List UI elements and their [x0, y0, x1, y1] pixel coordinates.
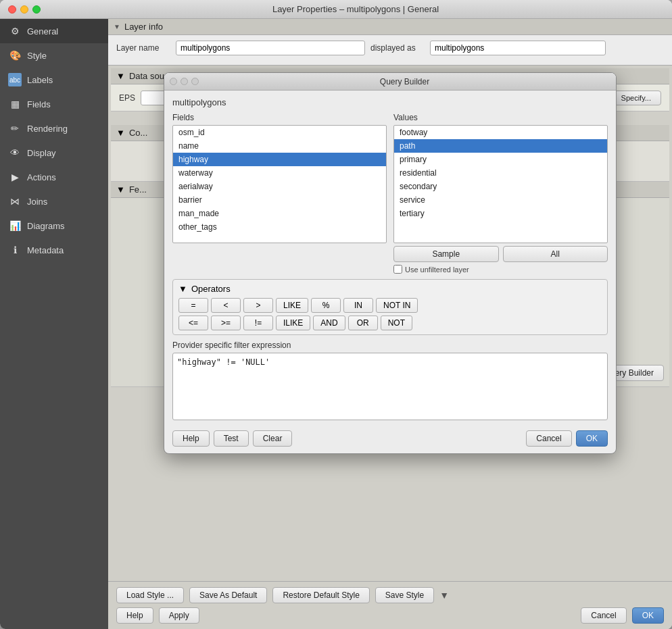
qb-close-button[interactable]	[170, 78, 177, 85]
layer-info-content: Layer name displayed as	[108, 35, 672, 66]
restore-default-button[interactable]: Restore Default Style	[272, 587, 369, 603]
sidebar-item-fields[interactable]: ▦ Fields	[0, 92, 108, 116]
save-style-button[interactable]: Save Style	[375, 587, 434, 603]
value-tertiary[interactable]: tertiary	[394, 207, 607, 220]
op-not-in[interactable]: NOT IN	[376, 298, 418, 313]
display-icon: 👁	[8, 146, 22, 159]
op-or[interactable]: OR	[348, 316, 378, 330]
op-ilike[interactable]: ILIKE	[276, 316, 310, 330]
op-neq[interactable]: !=	[243, 316, 273, 330]
qb-minimize-button[interactable]	[181, 78, 188, 85]
sidebar-item-display[interactable]: 👁 Display	[0, 141, 108, 165]
sidebar-item-metadata[interactable]: ℹ Metadata	[0, 238, 108, 262]
sidebar-item-actions[interactable]: ▶ Actions	[0, 165, 108, 189]
query-builder-overlay: Query Builder multipolygons Fields	[108, 66, 672, 581]
minimize-button[interactable]	[20, 5, 28, 14]
operators-row-2: <= >= != ILIKE AND OR NOT	[178, 316, 602, 330]
main-content: ⚙ General 🎨 Style abc Labels ▦ Fields ✏ …	[0, 19, 672, 629]
sidebar-item-rendering[interactable]: ✏ Rendering	[0, 116, 108, 141]
field-waterway[interactable]: waterway	[173, 166, 386, 180]
operators-header[interactable]: ▼ Operators	[178, 284, 602, 294]
panel-scroll: ▼ Data sources EPS Specify... ▼ Co... ▼ …	[108, 66, 672, 581]
maximize-button[interactable]	[32, 5, 41, 14]
sidebar-item-labels[interactable]: abc Labels	[0, 68, 108, 92]
values-list[interactable]: footway path primary residential seconda…	[393, 125, 608, 243]
field-osm-id[interactable]: osm_id	[173, 126, 386, 139]
op-greater[interactable]: >	[243, 298, 273, 313]
field-man-made[interactable]: man_made	[173, 207, 386, 220]
displayed-as-label: displayed as	[370, 43, 425, 53]
close-button[interactable]	[8, 5, 16, 14]
op-less[interactable]: <	[211, 298, 241, 313]
operators-arrow: ▼	[178, 284, 187, 294]
main-window: Layer Properties – multipolygons | Gener…	[0, 0, 672, 629]
field-other-tags[interactable]: other_tags	[173, 220, 386, 234]
sidebar-item-general[interactable]: ⚙ General	[0, 19, 108, 43]
op-lte[interactable]: <=	[178, 316, 208, 330]
general-icon: ⚙	[8, 24, 22, 38]
value-residential[interactable]: residential	[394, 166, 607, 180]
all-button[interactable]: All	[503, 246, 608, 262]
sidebar-item-joins[interactable]: ⋈ Joins	[0, 189, 108, 213]
layer-info-header[interactable]: ▼ Layer info	[108, 19, 672, 35]
value-service[interactable]: service	[394, 193, 607, 207]
cancel-main-button[interactable]: Cancel	[581, 607, 626, 624]
qb-body: multipolygons Fields osm_id name	[164, 91, 616, 453]
filter-section: Provider specific filter expression "hig…	[172, 341, 608, 422]
actions-icon: ▶	[8, 170, 22, 184]
cancel-dialog-button[interactable]: Cancel	[526, 430, 571, 447]
layer-info-title: Layer info	[124, 22, 163, 32]
op-like[interactable]: LIKE	[276, 298, 308, 313]
sidebar-label-actions: Actions	[27, 172, 56, 182]
op-and[interactable]: AND	[313, 316, 345, 330]
layer-name-input[interactable]	[176, 41, 365, 55]
fields-label: Fields	[172, 113, 387, 122]
ok-main-button[interactable]: OK	[632, 607, 664, 624]
apply-button[interactable]: Apply	[159, 607, 199, 624]
operators-title: Operators	[191, 284, 231, 294]
value-footway[interactable]: footway	[394, 126, 607, 139]
op-in[interactable]: IN	[343, 298, 373, 313]
help-main-button[interactable]: Help	[116, 607, 153, 624]
load-style-button[interactable]: Load Style ...	[116, 587, 184, 603]
use-unfiltered-label: Use unfiltered layer	[405, 266, 469, 274]
field-aerialway[interactable]: aerialway	[173, 180, 386, 193]
ok-dialog-button[interactable]: OK	[576, 430, 608, 447]
metadata-icon: ℹ	[8, 243, 22, 257]
diagrams-icon: 📊	[8, 219, 22, 232]
fields-values-container: Fields osm_id name highway waterway aeri…	[172, 113, 608, 274]
qb-maximize-button[interactable]	[191, 78, 199, 85]
value-path[interactable]: path	[394, 139, 607, 153]
sidebar-label-display: Display	[27, 148, 56, 158]
value-primary[interactable]: primary	[394, 153, 607, 166]
fields-icon: ▦	[8, 97, 22, 111]
field-barrier[interactable]: barrier	[173, 193, 386, 207]
sidebar-label-diagrams: Diagrams	[27, 221, 65, 231]
title-bar: Layer Properties – multipolygons | Gener…	[0, 0, 672, 19]
qb-traffic-lights	[170, 78, 199, 85]
sidebar-item-style[interactable]: 🎨 Style	[0, 43, 108, 68]
displayed-as-input[interactable]	[430, 41, 606, 55]
op-percent[interactable]: %	[311, 298, 341, 313]
values-panel: Values footway path primary residential …	[393, 113, 608, 274]
use-unfiltered-checkbox[interactable]	[393, 265, 402, 274]
op-not[interactable]: NOT	[381, 316, 412, 330]
clear-button[interactable]: Clear	[253, 430, 293, 447]
filter-expression-textarea[interactable]: "highway" != 'NULL'	[172, 353, 608, 420]
operators-grid: = < > LIKE % IN NOT IN	[178, 298, 602, 330]
op-gte[interactable]: >=	[211, 316, 241, 330]
fields-list[interactable]: osm_id name highway waterway aerialway b…	[172, 125, 387, 243]
field-highway[interactable]: highway	[173, 153, 386, 166]
op-equals[interactable]: =	[178, 298, 208, 313]
field-name[interactable]: name	[173, 139, 386, 153]
sidebar-label-fields: Fields	[27, 99, 51, 109]
value-secondary[interactable]: secondary	[394, 180, 607, 193]
test-button[interactable]: Test	[214, 430, 249, 447]
help-button[interactable]: Help	[172, 430, 210, 447]
values-buttons: Sample All	[393, 246, 608, 262]
sample-button[interactable]: Sample	[393, 246, 499, 262]
save-as-default-button[interactable]: Save As Default	[189, 587, 267, 603]
save-style-dropdown-arrow[interactable]: ▼	[439, 590, 449, 601]
use-unfiltered-row: Use unfiltered layer	[393, 265, 608, 274]
sidebar-item-diagrams[interactable]: 📊 Diagrams	[0, 213, 108, 238]
